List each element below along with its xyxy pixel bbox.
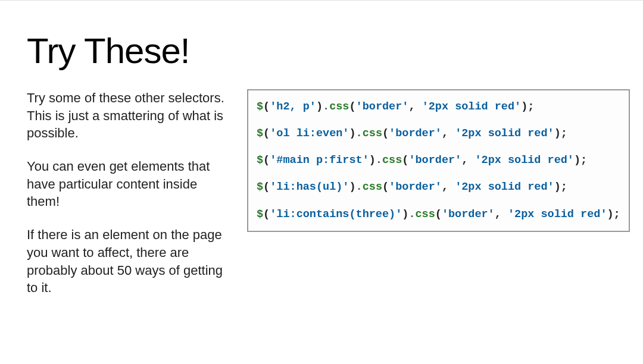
code-line-2: $('ol li:even').css('border', '2px solid… [257,127,620,140]
code-box: $('h2, p').css('border', '2px solid red'… [247,89,630,232]
code-line-1: $('h2, p').css('border', '2px solid red'… [257,100,620,114]
slide-title: Try These! [27,30,619,71]
code-column: $('h2, p').css('border', '2px solid red'… [247,89,630,312]
code-line-5: $('li:contains(three)').css('border', '2… [257,208,620,221]
paragraph-2: You can even get elements that have part… [27,158,229,211]
code-line-4: $('li:has(ul)').css('border', '2px solid… [257,180,620,194]
code-line-3: $('#main p:first').css('border', '2px so… [257,153,620,167]
slide-container: Try These! Try some of these other selec… [0,1,643,364]
description-column: Try some of these other selectors. This … [27,89,229,312]
content-row: Try some of these other selectors. This … [27,89,619,312]
paragraph-3: If there is an element on the page you w… [27,226,229,297]
paragraph-1: Try some of these other selectors. This … [27,89,229,142]
